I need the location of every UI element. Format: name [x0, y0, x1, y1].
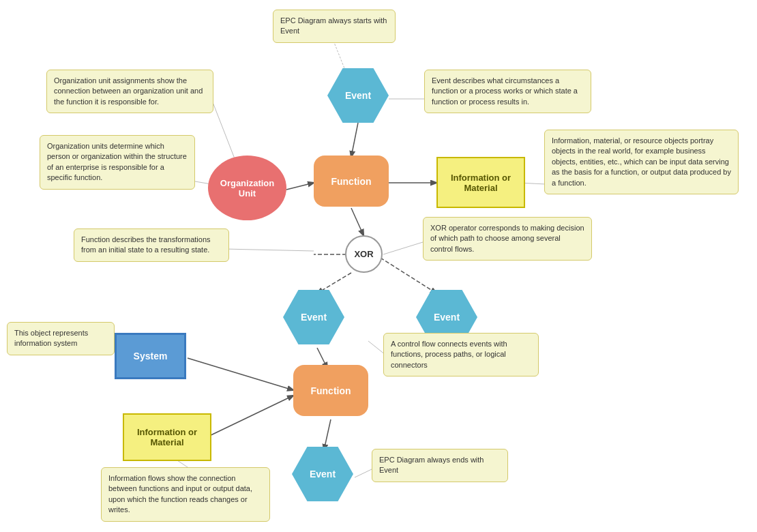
callout1-text: EPC Diagram always starts with Event	[280, 16, 387, 35]
callout-4: Organization units determine which perso…	[40, 135, 195, 190]
svg-line-17	[383, 242, 423, 254]
svg-line-8	[188, 358, 293, 390]
org-unit-label: OrganizationUnit	[220, 178, 274, 198]
event3-label: Event	[434, 312, 460, 323]
callout9-text: A control flow connects events with func…	[391, 340, 507, 369]
callout-7: XOR operator corresponds to making decis…	[423, 217, 592, 261]
callout5-text: Information, material, or resource objec…	[552, 136, 731, 187]
callout8-text: This object represents information syste…	[14, 329, 88, 347]
callout-9: A control flow connects events with func…	[383, 333, 539, 376]
system-label: System	[134, 351, 168, 361]
svg-line-1	[286, 183, 314, 190]
callout-5: Information, material, or resource objec…	[544, 130, 739, 194]
info1-label: Information orMaterial	[451, 173, 511, 193]
callout-3: Event describes what circumstances a fun…	[424, 70, 591, 113]
event-node-1: Event	[327, 68, 389, 123]
info-material-node-2: Information orMaterial	[123, 413, 211, 461]
svg-line-9	[208, 396, 293, 437]
event-node-4: Event	[292, 447, 353, 501]
event4-label: Event	[310, 469, 336, 479]
xor-label: XOR	[354, 249, 373, 259]
svg-line-12	[211, 99, 235, 160]
event-node-2: Event	[283, 290, 344, 344]
callout-10: Information flows show the connection be…	[101, 467, 270, 522]
svg-line-10	[324, 419, 331, 450]
function1-label: Function	[331, 176, 371, 187]
callout6-text: Function describes the transformations f…	[81, 235, 211, 254]
callout-11: EPC Diagram always ends with Event	[372, 449, 508, 482]
svg-line-3	[351, 208, 363, 235]
event1-label: Event	[345, 90, 371, 101]
callout7-text: XOR operator corresponds to making decis…	[430, 224, 584, 253]
svg-line-0	[351, 123, 358, 157]
org-unit-node: OrganizationUnit	[208, 156, 286, 220]
system-node: System	[115, 333, 186, 379]
callout2-text: Organization unit assignments show the c…	[54, 76, 203, 106]
svg-line-16	[225, 249, 314, 251]
xor-node: XOR	[345, 235, 383, 273]
callout-6: Function describes the transformations f…	[74, 228, 229, 262]
callout3-text: Event describes what circumstances a fun…	[432, 76, 578, 106]
info2-label: Information orMaterial	[137, 427, 197, 447]
callout11-text: EPC Diagram always ends with Event	[379, 456, 484, 474]
event2-label: Event	[301, 312, 327, 323]
callout-8: This object represents information syste…	[7, 322, 115, 355]
diagram-container: Event Function OrganizationUnit Informat…	[0, 0, 757, 532]
info-material-node-1: Information orMaterial	[436, 157, 525, 208]
svg-line-21	[355, 469, 372, 477]
function-node-1: Function	[314, 156, 389, 207]
callout10-text: Information flows show the connection be…	[108, 474, 252, 514]
callout4-text: Organization units determine which perso…	[47, 142, 187, 181]
function2-label: Function	[310, 385, 351, 396]
callout-2: Organization unit assignments show the c…	[46, 70, 213, 113]
callout-1: EPC Diagram always starts with Event	[273, 10, 396, 43]
function-node-2: Function	[293, 365, 368, 416]
